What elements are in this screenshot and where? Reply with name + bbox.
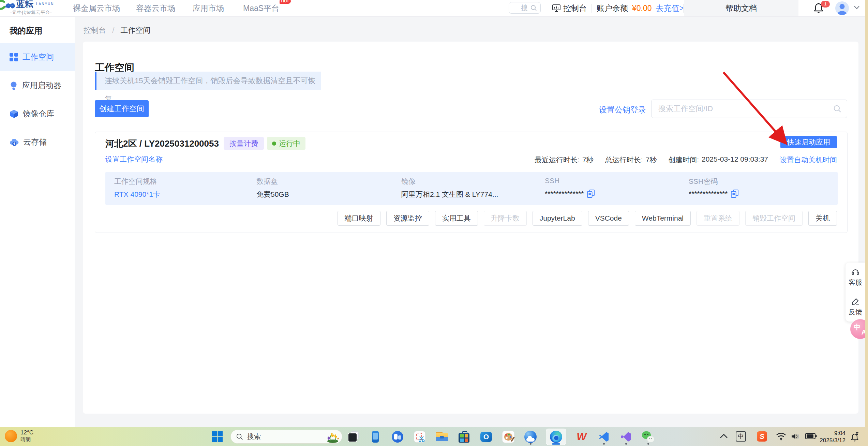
screen: 蓝耘 LANYUN -元生代智算云平台- 裸金属云市场 容器云市场 应用市场 M…	[0, 0, 868, 446]
nav-bare-metal-market[interactable]: 裸金属云市场	[73, 0, 120, 16]
chevron-down-icon[interactable]	[854, 5, 860, 10]
jupyterlab-button[interactable]: JupyterLab	[533, 211, 582, 226]
widgets-icon[interactable]	[391, 429, 404, 445]
set-workspace-name-link[interactable]: 设置工作空间名称	[105, 154, 163, 164]
browser-icon[interactable]	[524, 429, 537, 445]
sidebar-divider	[0, 40, 75, 40]
start-button[interactable]	[212, 431, 223, 443]
detail-value: 阿里万相2.1 文生图 & LY774...	[401, 190, 498, 199]
customer-support-button[interactable]: 客服	[845, 263, 865, 292]
taskbar-clock[interactable]: 9:04 2025/3/12	[820, 430, 845, 444]
taskbar-search-placeholder: 搜索	[247, 432, 321, 441]
cloud-icon	[10, 138, 19, 146]
workspace-search-input[interactable]	[652, 100, 847, 118]
sidebar-item-cloud-storage[interactable]: 云存储	[0, 128, 75, 156]
sun-icon	[5, 430, 17, 442]
workspace-name: 河北2区 / LY2025031200053	[105, 138, 232, 150]
file-explorer-icon[interactable]	[435, 429, 449, 445]
help-docs-button[interactable]: 帮助文档	[684, 0, 798, 16]
create-workspace-button[interactable]: 创建工作空间	[95, 100, 149, 117]
sidebar: 我的应用 工作空间 应用启动器 镜像仓库 云存储	[0, 16, 75, 427]
bulb-icon	[10, 81, 18, 90]
workspace-stats: 最近运行时长: 7秒 总运行时长: 7秒 创建时间: 2025-03-12 09…	[535, 155, 837, 165]
outlook-icon[interactable]: O	[479, 429, 493, 445]
feedback-button[interactable]: 反馈	[845, 292, 865, 322]
sidebar-item-image-repo[interactable]: 镜像仓库	[0, 100, 75, 128]
paint-icon[interactable]	[502, 429, 515, 445]
stat-label: 最近运行时长:	[535, 155, 580, 165]
port-mapping-button[interactable]: 端口映射	[338, 211, 380, 226]
resource-monitor-button[interactable]: 资源监控	[386, 211, 429, 226]
balance-label: 账户余额	[597, 3, 628, 14]
spec-link[interactable]: RTX 4090*1卡	[114, 190, 160, 199]
breadcrumb-separator: /	[112, 26, 114, 34]
task-view-icon[interactable]	[346, 429, 360, 445]
console-button[interactable]: 控制台	[552, 0, 587, 16]
quick-launch-app-button[interactable]: 快速启动应用	[780, 136, 837, 148]
set-pubkey-login-link[interactable]: 设置公钥登录	[599, 105, 646, 115]
detail-label: 数据盘	[256, 177, 278, 186]
sidebar-item-label: 云存储	[23, 137, 47, 147]
running-indicator	[530, 443, 532, 445]
webterminal-button[interactable]: WebTerminal	[635, 211, 691, 226]
wps-icon[interactable]: W	[575, 429, 588, 445]
edge-icon[interactable]	[546, 429, 566, 445]
snipping-tool-icon[interactable]	[413, 429, 426, 445]
wifi-icon[interactable]	[776, 432, 786, 441]
detail-label: 镜像	[401, 177, 416, 186]
workspace-name-text: 河北2区 / LY2025031200053	[105, 138, 219, 150]
workspace-actions: 端口映射 资源监控 实用工具 升降卡数 JupyterLab VSCode We…	[338, 211, 837, 226]
vscode-icon[interactable]	[597, 429, 611, 445]
workspace-detail-panel: 工作空间规格 RTX 4090*1卡 数据盘 免费50GB 镜像 阿里万相2.1…	[105, 172, 838, 205]
translate-zh-glyph: 中	[854, 323, 860, 332]
microsoft-store-icon[interactable]	[457, 429, 471, 445]
copy-icon[interactable]	[731, 190, 738, 198]
search-icon	[530, 5, 537, 11]
utility-tools-button[interactable]: 实用工具	[435, 211, 478, 226]
reset-system-button: 重置系统	[697, 211, 739, 226]
nav-maas-platform[interactable]: MaaS平台 HOT	[243, 0, 279, 16]
wechat-icon[interactable]	[641, 429, 655, 445]
copy-icon[interactable]	[587, 190, 595, 198]
vscode-button[interactable]: VSCode	[588, 211, 629, 226]
nav-app-market[interactable]: 应用市场	[193, 0, 224, 16]
status-text: 运行中	[279, 137, 300, 150]
nav-container-market[interactable]: 容器云市场	[136, 0, 175, 16]
visual-studio-icon[interactable]	[619, 429, 633, 445]
taskbar-search-box[interactable]: 搜索	[230, 430, 342, 444]
tray-chevron-up-icon[interactable]	[719, 433, 728, 439]
scale-gpu-button: 升降卡数	[484, 211, 527, 226]
desktop-edge-strip	[865, 0, 868, 427]
weather-condition: 晴朗	[20, 436, 33, 443]
phone-link-icon[interactable]	[369, 429, 382, 445]
sidebar-item-label: 应用启动器	[22, 80, 61, 91]
recharge-link[interactable]: 去充值>	[656, 3, 684, 14]
detail-label: 工作空间规格	[114, 177, 157, 186]
stat-label: 总运行时长:	[605, 155, 643, 165]
status-badge: 运行中	[267, 137, 305, 150]
stat-created-time: 创建时间: 2025-03-12 09:03:37	[668, 155, 768, 165]
notification-dnd-bell-icon[interactable]	[850, 432, 860, 442]
pencil-icon	[851, 297, 859, 306]
notification-bell[interactable]: 1	[813, 2, 827, 15]
vscode-glyph	[598, 431, 609, 442]
set-autoshutdown-link[interactable]: 设置自动关机时间	[780, 155, 837, 165]
battery-icon[interactable]	[805, 433, 817, 440]
sidebar-item-app-launcher[interactable]: 应用启动器	[0, 71, 75, 100]
weather-widget[interactable]: 12°C 晴朗	[5, 429, 33, 443]
taskbar-app-icons: O	[346, 429, 655, 445]
sidebar-item-workspace[interactable]: 工作空间	[0, 43, 75, 71]
header-search-input[interactable]: 搜	[509, 2, 541, 14]
ime-indicator[interactable]: 中	[736, 431, 746, 442]
breadcrumb-console[interactable]: 控制台	[84, 26, 106, 34]
detail-value: 免费50GB	[256, 190, 289, 199]
volume-icon[interactable]	[791, 432, 801, 441]
user-avatar[interactable]	[835, 1, 849, 15]
main-content-card: 工作空间 连续关机15天会销毁工作空间，销毁后会导致数据清空且不可恢复。 创建工…	[83, 42, 858, 414]
brand-tagline: -元生代智算云平台-	[10, 10, 52, 16]
brand-name: 蓝耘	[16, 0, 33, 8]
console-label: 控制台	[563, 3, 587, 14]
running-indicator	[647, 443, 649, 445]
sogou-input-icon[interactable]: S	[757, 431, 767, 442]
shutdown-button[interactable]: 关机	[808, 211, 837, 226]
